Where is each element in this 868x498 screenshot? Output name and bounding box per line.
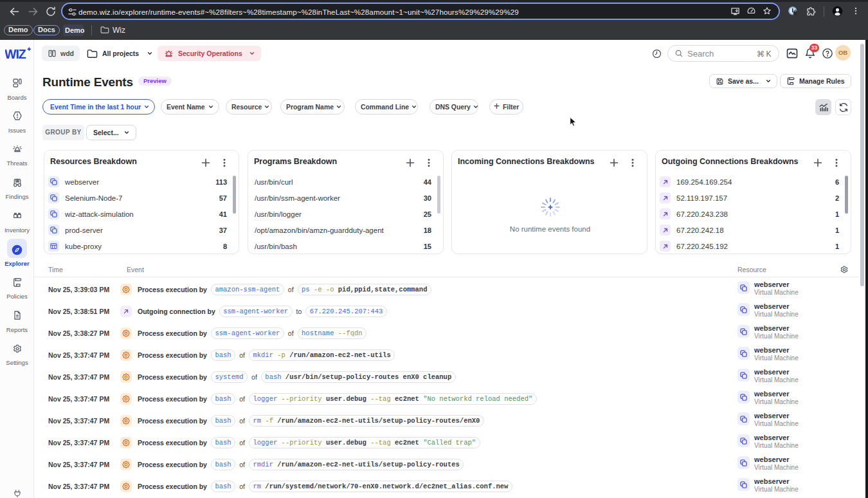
svg-text:WIZ: WIZ: [5, 47, 26, 61]
